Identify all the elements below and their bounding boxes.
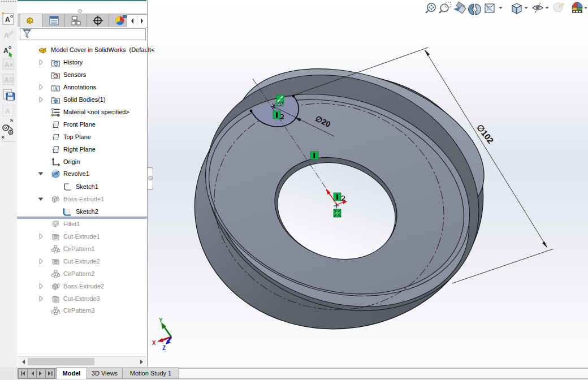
svg-text:A: A bbox=[5, 107, 10, 115]
svg-text:Z: Z bbox=[162, 345, 166, 351]
svg-text:A: A bbox=[5, 61, 10, 69]
svg-text:A: A bbox=[4, 32, 9, 40]
svg-text:A: A bbox=[4, 76, 9, 84]
svg-text:A: A bbox=[5, 16, 10, 24]
svg-text:Y: Y bbox=[159, 317, 163, 323]
svg-text:∅102: ∅102 bbox=[475, 122, 496, 145]
svg-text:A: A bbox=[3, 47, 8, 55]
svg-text:X: X bbox=[152, 340, 156, 346]
